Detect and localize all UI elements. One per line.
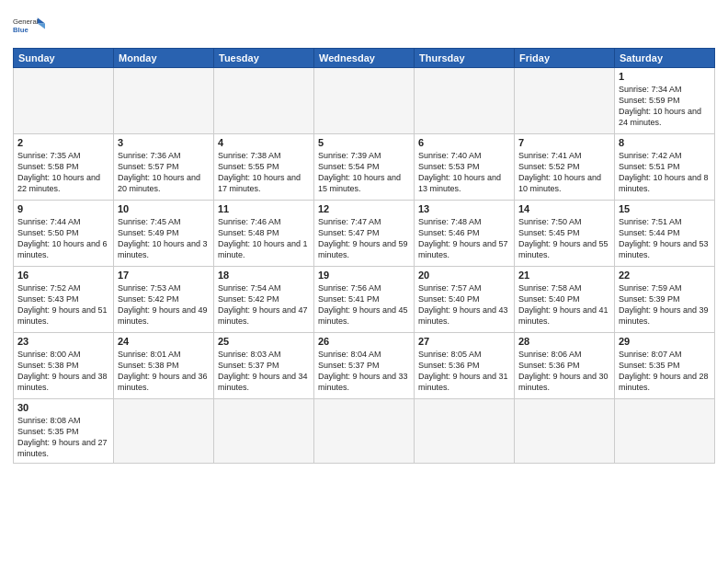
day-cell: 6Sunrise: 7:40 AM Sunset: 5:53 PM Daylig… [415,134,515,201]
day-info: Sunrise: 7:47 AM Sunset: 5:47 PM Dayligh… [318,216,410,261]
day-cell: 15Sunrise: 7:51 AM Sunset: 5:44 PM Dayli… [615,201,715,267]
day-cell: 17Sunrise: 7:53 AM Sunset: 5:42 PM Dayli… [114,267,214,333]
day-info: Sunrise: 8:06 AM Sunset: 5:36 PM Dayligh… [518,349,610,394]
day-number: 13 [418,203,510,214]
day-cell: 14Sunrise: 7:50 AM Sunset: 5:45 PM Dayli… [515,201,615,267]
day-cell: 27Sunrise: 8:05 AM Sunset: 5:36 PM Dayli… [415,333,515,399]
day-cell: 13Sunrise: 7:48 AM Sunset: 5:46 PM Dayli… [415,201,515,267]
day-cell: 19Sunrise: 7:56 AM Sunset: 5:41 PM Dayli… [314,267,415,333]
week-row-1: 1Sunrise: 7:34 AM Sunset: 5:59 PM Daylig… [14,68,715,134]
day-number: 16 [17,270,109,281]
day-number: 30 [17,402,109,413]
day-cell [515,399,615,464]
day-number: 8 [619,137,711,148]
day-number: 23 [17,336,109,347]
day-number: 21 [518,270,610,281]
day-info: Sunrise: 7:40 AM Sunset: 5:53 PM Dayligh… [418,150,510,195]
day-cell: 25Sunrise: 8:03 AM Sunset: 5:37 PM Dayli… [214,333,314,399]
day-cell: 22Sunrise: 7:59 AM Sunset: 5:39 PM Dayli… [615,267,715,333]
day-number: 3 [118,137,210,148]
day-info: Sunrise: 7:57 AM Sunset: 5:40 PM Dayligh… [418,282,510,327]
day-info: Sunrise: 7:51 AM Sunset: 5:44 PM Dayligh… [619,216,711,261]
day-info: Sunrise: 8:03 AM Sunset: 5:37 PM Dayligh… [218,349,310,394]
day-cell: 18Sunrise: 7:54 AM Sunset: 5:42 PM Dayli… [214,267,314,333]
day-cell: 4Sunrise: 7:38 AM Sunset: 5:55 PM Daylig… [214,134,314,201]
day-info: Sunrise: 7:50 AM Sunset: 5:45 PM Dayligh… [518,216,610,261]
day-cell [14,68,114,134]
day-number: 28 [518,336,610,347]
weekday-header-thursday: Thursday [415,49,515,68]
day-number: 25 [218,336,310,347]
day-cell: 7Sunrise: 7:41 AM Sunset: 5:52 PM Daylig… [515,134,615,201]
week-row-3: 9Sunrise: 7:44 AM Sunset: 5:50 PM Daylig… [14,201,715,267]
day-cell: 12Sunrise: 7:47 AM Sunset: 5:47 PM Dayli… [314,201,415,267]
day-info: Sunrise: 7:38 AM Sunset: 5:55 PM Dayligh… [218,150,310,195]
day-info: Sunrise: 7:44 AM Sunset: 5:50 PM Dayligh… [17,216,109,261]
day-info: Sunrise: 7:42 AM Sunset: 5:51 PM Dayligh… [619,150,711,195]
day-cell [415,399,515,464]
day-number: 10 [118,203,210,214]
day-number: 7 [518,137,610,148]
weekday-header-wednesday: Wednesday [314,49,415,68]
day-info: Sunrise: 8:07 AM Sunset: 5:35 PM Dayligh… [619,349,711,394]
day-number: 24 [118,336,210,347]
day-info: Sunrise: 7:56 AM Sunset: 5:41 PM Dayligh… [318,282,410,327]
day-cell: 10Sunrise: 7:45 AM Sunset: 5:49 PM Dayli… [114,201,214,267]
day-number: 27 [418,336,510,347]
day-number: 17 [118,270,210,281]
day-cell: 2Sunrise: 7:35 AM Sunset: 5:58 PM Daylig… [14,134,114,201]
day-info: Sunrise: 7:58 AM Sunset: 5:40 PM Dayligh… [518,282,610,327]
day-cell [214,68,314,134]
day-info: Sunrise: 7:53 AM Sunset: 5:42 PM Dayligh… [118,282,210,327]
week-row-2: 2Sunrise: 7:35 AM Sunset: 5:58 PM Daylig… [14,134,715,201]
day-cell: 29Sunrise: 8:07 AM Sunset: 5:35 PM Dayli… [615,333,715,399]
day-cell [114,68,214,134]
day-cell: 30Sunrise: 8:08 AM Sunset: 5:35 PM Dayli… [14,399,114,464]
day-cell [314,399,415,464]
svg-text:Blue: Blue [13,26,28,34]
logo: GeneralBlue [13,9,46,42]
day-cell: 24Sunrise: 8:01 AM Sunset: 5:38 PM Dayli… [114,333,214,399]
day-number: 11 [218,203,310,214]
weekday-header-sunday: Sunday [14,49,114,68]
day-cell: 20Sunrise: 7:57 AM Sunset: 5:40 PM Dayli… [415,267,515,333]
day-number: 26 [318,336,410,347]
day-info: Sunrise: 7:35 AM Sunset: 5:58 PM Dayligh… [17,150,109,195]
day-cell [615,399,715,464]
day-number: 22 [619,270,711,281]
day-number: 1 [619,71,711,82]
day-info: Sunrise: 7:34 AM Sunset: 5:59 PM Dayligh… [619,84,711,129]
day-info: Sunrise: 8:01 AM Sunset: 5:38 PM Dayligh… [118,349,210,394]
day-number: 14 [518,203,610,214]
day-cell: 11Sunrise: 7:46 AM Sunset: 5:48 PM Dayli… [214,201,314,267]
day-number: 15 [619,203,711,214]
day-number: 19 [318,270,410,281]
day-cell [415,68,515,134]
week-row-4: 16Sunrise: 7:52 AM Sunset: 5:43 PM Dayli… [14,267,715,333]
day-number: 2 [17,137,109,148]
day-cell [314,68,415,134]
day-info: Sunrise: 7:48 AM Sunset: 5:46 PM Dayligh… [418,216,510,261]
day-info: Sunrise: 8:00 AM Sunset: 5:38 PM Dayligh… [17,349,109,394]
week-row-5: 23Sunrise: 8:00 AM Sunset: 5:38 PM Dayli… [14,333,715,399]
day-info: Sunrise: 7:36 AM Sunset: 5:57 PM Dayligh… [118,150,210,195]
day-info: Sunrise: 8:05 AM Sunset: 5:36 PM Dayligh… [418,349,510,394]
day-info: Sunrise: 7:39 AM Sunset: 5:54 PM Dayligh… [318,150,410,195]
calendar: SundayMondayTuesdayWednesdayThursdayFrid… [13,48,715,464]
svg-marker-2 [38,17,45,23]
day-info: Sunrise: 7:45 AM Sunset: 5:49 PM Dayligh… [118,216,210,261]
day-number: 5 [318,137,410,148]
day-cell [515,68,615,134]
day-cell: 3Sunrise: 7:36 AM Sunset: 5:57 PM Daylig… [114,134,214,201]
day-cell: 28Sunrise: 8:06 AM Sunset: 5:36 PM Dayli… [515,333,615,399]
day-cell: 26Sunrise: 8:04 AM Sunset: 5:37 PM Dayli… [314,333,415,399]
weekday-header-saturday: Saturday [615,49,715,68]
day-cell: 16Sunrise: 7:52 AM Sunset: 5:43 PM Dayli… [14,267,114,333]
day-info: Sunrise: 7:41 AM Sunset: 5:52 PM Dayligh… [518,150,610,195]
svg-text:General: General [13,17,39,26]
day-info: Sunrise: 7:46 AM Sunset: 5:48 PM Dayligh… [218,216,310,261]
day-number: 18 [218,270,310,281]
day-number: 6 [418,137,510,148]
day-info: Sunrise: 8:04 AM Sunset: 5:37 PM Dayligh… [318,349,410,394]
day-cell: 8Sunrise: 7:42 AM Sunset: 5:51 PM Daylig… [615,134,715,201]
